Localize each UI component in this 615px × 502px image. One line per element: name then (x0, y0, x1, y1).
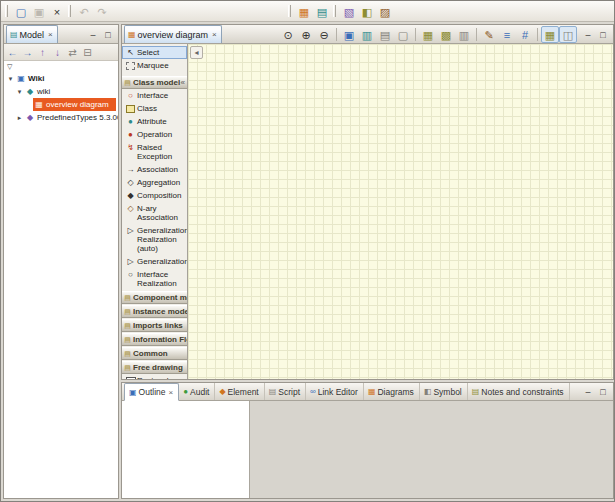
show-grid-icon[interactable]: ▦ (419, 26, 437, 43)
operation-tool[interactable]: ●Operation (122, 128, 187, 141)
drawer-component-model[interactable]: ▤Component mo... (122, 291, 187, 304)
generalization-tool[interactable]: ▷Generalization (122, 255, 187, 268)
generalization-realization-auto-tool[interactable]: ▷Generalization Realization (auto) (122, 224, 187, 255)
tab-outline[interactable]: ▣Outline× (124, 383, 179, 401)
align-icon[interactable]: ≡ (498, 26, 516, 43)
page-setup-icon[interactable]: ▢ (394, 26, 412, 43)
bottom-panel-empty-area (250, 401, 613, 498)
forward-icon[interactable]: → (20, 45, 35, 60)
snap-to-grid-icon[interactable]: ▩ (437, 26, 455, 43)
undo-icon[interactable]: ↶ (75, 3, 93, 20)
select-tool[interactable]: ↖Select (122, 46, 187, 59)
minimize-editor-icon[interactable]: – (581, 28, 595, 41)
color-settings-icon[interactable]: ◧ (358, 3, 376, 20)
close-tab-icon[interactable]: × (169, 388, 174, 397)
diagram-canvas[interactable]: ◂ (188, 44, 613, 379)
tree-item-wiki-package[interactable]: ▾◆wiki (4, 85, 118, 98)
minimize-panel-icon[interactable]: – (86, 28, 100, 41)
drawer-common[interactable]: ▤Common (122, 347, 187, 360)
zoom-in-icon[interactable]: ⊕ (297, 26, 315, 43)
palette-pin-icon[interactable]: « (181, 78, 187, 87)
palette-toggle-icon[interactable]: ◂ (190, 46, 203, 59)
drawer-class-model[interactable]: ▤Class model« (122, 76, 187, 89)
close-model-view-icon[interactable]: × (48, 30, 53, 39)
copy-image-icon[interactable]: ▥ (358, 26, 376, 43)
tree-item-wiki-project-icon: ▣ (16, 74, 26, 83)
aggregation-icon: ◇ (125, 178, 136, 187)
redo-icon[interactable]: ↷ (93, 3, 111, 20)
auto-layout-icon[interactable]: # (516, 26, 534, 43)
palette-item-label: Interface (136, 91, 168, 100)
tab-symbol[interactable]: ◧Symbol (420, 383, 468, 400)
tree-item-overview-diagram-icon: ▦ (34, 100, 44, 109)
up-icon[interactable]: ↑ (35, 45, 50, 60)
show-rulers-icon[interactable]: ▥ (455, 26, 473, 43)
tab-diagrams[interactable]: ▦Diagrams (364, 383, 420, 400)
toggle-smart-links-icon[interactable]: ◫ (559, 26, 577, 43)
interface-tool[interactable]: ○Interface (122, 89, 187, 102)
maximize-bottom-panel-icon[interactable]: □ (596, 385, 610, 398)
rectangle-tool[interactable]: Rectangle (122, 374, 187, 379)
back-icon[interactable]: ← (5, 45, 20, 60)
composition-tool[interactable]: ◆Composition (122, 189, 187, 202)
new-project-icon[interactable]: ▢ (12, 3, 30, 20)
marquee-tool[interactable]: Marquee (122, 59, 187, 72)
tree-item-predefined-types[interactable]: ▸◆PredefinedTypes 5.3.00 (4, 111, 118, 124)
palette-item-label: Select (136, 48, 159, 57)
editor-tab-overview-diagram[interactable]: ▦ overview diagram × (124, 25, 222, 43)
tree-item-wiki-project[interactable]: ▾▣Wiki (4, 72, 118, 85)
sync-with-editor-icon[interactable]: ⇄ (65, 45, 80, 60)
attribute-tool[interactable]: ●Attribute (122, 115, 187, 128)
delete-icon[interactable]: × (48, 3, 66, 20)
save-image-icon[interactable]: ▣ (340, 26, 358, 43)
pen-style-icon[interactable]: ✎ (480, 26, 498, 43)
expander-icon[interactable]: ▸ (15, 114, 24, 122)
maximize-panel-icon[interactable]: □ (101, 28, 115, 41)
print-icon[interactable]: ▤ (376, 26, 394, 43)
tab-element[interactable]: ◆Element (215, 383, 264, 400)
interface-realization-tool[interactable]: ○Interface Realization (122, 268, 187, 290)
swap-appearance-icon[interactable]: ▧ (340, 3, 358, 20)
raised-exception-tool[interactable]: ↯Raised Exception (122, 141, 187, 163)
model-view-tab[interactable]: ▤ Model × (6, 25, 58, 43)
interface-realization-icon: ○ (125, 270, 136, 279)
down-icon[interactable]: ↓ (50, 45, 65, 60)
palette-item-label: Interface Realization (136, 270, 185, 288)
expander-icon[interactable]: ▾ (6, 75, 15, 83)
toolbar-grip (333, 5, 336, 17)
save-icon[interactable]: ▣ (30, 3, 48, 20)
minimize-bottom-panel-icon[interactable]: – (581, 385, 595, 398)
expander-icon[interactable]: ▾ (15, 88, 24, 96)
toggle-grid-icon[interactable]: ▦ (541, 26, 559, 43)
tab-audit[interactable]: ●Audit (179, 383, 215, 400)
export-image-icon[interactable]: ▨ (376, 3, 394, 20)
marquee-icon (126, 62, 135, 70)
create-diagram-icon[interactable]: ▦ (295, 3, 313, 20)
zoom-out-icon[interactable]: ⊖ (315, 26, 333, 43)
tab-link-editor[interactable]: ∞Link Editor (306, 383, 364, 400)
tree-item-overview-diagram[interactable]: ▦overview diagram (4, 98, 118, 111)
drawer-label: Information Flo... (133, 335, 187, 344)
maximize-editor-icon[interactable]: □ (596, 28, 610, 41)
drawer-imports-links[interactable]: ▤Imports links (122, 319, 187, 332)
zoom-100-icon[interactable]: ⊙ (279, 26, 297, 43)
drawer-label: Component mo... (133, 293, 187, 302)
aggregation-tool[interactable]: ◇Aggregation (122, 176, 187, 189)
class-tool[interactable]: Class (122, 102, 187, 115)
drawer-label: Free drawing (133, 363, 187, 372)
nary-association-tool[interactable]: ◇N-ary Association (122, 202, 187, 224)
view-filter-icon[interactable]: ▽ (7, 63, 12, 71)
create-matrix-icon[interactable]: ▤ (313, 3, 331, 20)
drawer-information-flows[interactable]: ▤Information Flo... (122, 333, 187, 346)
drawer-free-drawing[interactable]: ▤Free drawing (122, 361, 187, 374)
tab-notes-and-constraints[interactable]: ▤Notes and constraints (468, 383, 570, 400)
tree-item-label: overview diagram (44, 100, 111, 109)
drawer-instance-model[interactable]: ▤Instance model (122, 305, 187, 318)
editor-window-buttons: – □ (581, 28, 611, 41)
drawer-folder-icon: ▤ (122, 364, 133, 372)
close-editor-tab-icon[interactable]: × (212, 30, 217, 39)
collapse-all-icon[interactable]: ⊟ (80, 45, 95, 60)
tab-script[interactable]: ▤Script (265, 383, 306, 400)
tab-label: Element (228, 387, 259, 397)
association-tool[interactable]: →Association (122, 163, 187, 176)
